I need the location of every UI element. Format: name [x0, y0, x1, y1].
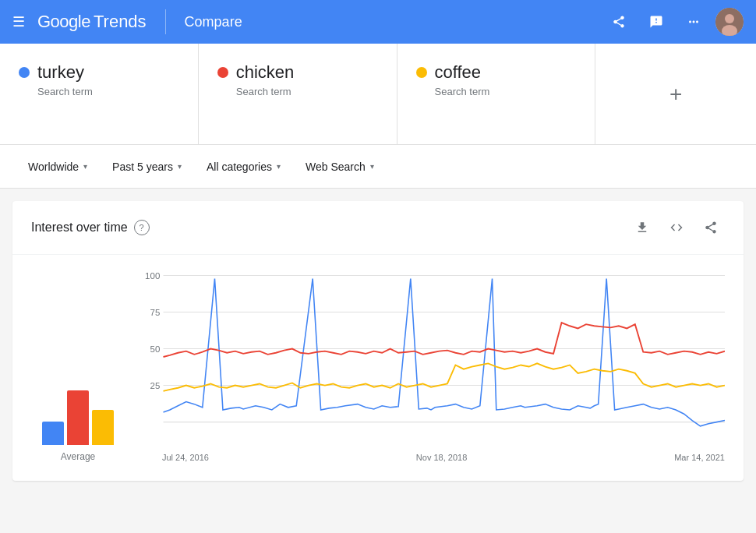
compare-label: Compare: [185, 14, 242, 30]
x-label-1: Jul 24, 2016: [162, 453, 209, 462]
chart-area: Average 100 75 50 25: [12, 255, 744, 481]
interest-over-time-card: Interest over time ?: [12, 201, 744, 481]
logo-google: Google: [37, 12, 90, 32]
app-header: ☰ GoogleTrends Compare: [0, 0, 756, 44]
share-button[interactable]: [603, 6, 634, 37]
chart-legend: Average: [31, 267, 125, 462]
filters-bar: Worldwide ▾ Past 5 years ▾ All categorie…: [0, 145, 756, 189]
main-content: Interest over time ?: [0, 189, 756, 493]
term-dot-turkey: [19, 67, 30, 78]
bar-coffee: [92, 410, 114, 445]
term-dot-coffee: [416, 67, 427, 78]
svg-text:50: 50: [150, 344, 161, 354]
x-label-2: Nov 18, 2018: [416, 453, 467, 462]
bar-turkey: [42, 422, 64, 445]
share-chart-button[interactable]: [697, 214, 725, 242]
svg-point-1: [725, 14, 734, 23]
card-actions: [628, 214, 725, 242]
search-term-chicken[interactable]: chicken Search term: [199, 44, 397, 144]
avatar-image: [715, 8, 744, 36]
timeframe-label: Past 5 years: [112, 161, 173, 173]
help-label: ?: [140, 223, 144, 232]
x-label-3: Mar 14, 2021: [674, 453, 725, 462]
add-term-button[interactable]: +: [595, 44, 756, 144]
embed-button[interactable]: [662, 214, 691, 242]
term-header-chicken: chicken: [217, 62, 378, 83]
chicken-line: [164, 323, 725, 357]
bar-chicken: [67, 390, 89, 445]
search-type-chevron: ▾: [370, 162, 374, 171]
chart-svg: 100 75 50 25: [137, 267, 725, 447]
header-icons: [603, 6, 744, 37]
help-icon[interactable]: ?: [134, 220, 150, 235]
timeframe-filter[interactable]: Past 5 years ▾: [103, 154, 191, 179]
card-title-group: Interest over time ?: [31, 220, 150, 235]
svg-text:75: 75: [150, 308, 161, 317]
svg-text:25: 25: [150, 381, 161, 390]
apps-button[interactable]: [678, 6, 709, 37]
term-dot-chicken: [217, 67, 228, 78]
logo: GoogleTrends: [37, 12, 147, 32]
search-type-label: Web Search: [306, 161, 366, 173]
term-name-coffee: coffee: [435, 62, 482, 83]
timeframe-chevron: ▾: [178, 162, 182, 171]
worldwide-chevron: ▾: [83, 162, 87, 171]
term-name-turkey: turkey: [37, 62, 84, 83]
card-header: Interest over time ?: [12, 201, 744, 255]
x-axis-labels: Jul 24, 2016 Nov 18, 2018 Mar 14, 2021: [137, 450, 725, 462]
coffee-line: [164, 363, 725, 391]
chart-main: 100 75 50 25 Jul 24, 2016 Nov 18, 2018 M…: [137, 267, 725, 462]
svg-text:100: 100: [145, 271, 160, 281]
search-type-filter[interactable]: Web Search ▾: [296, 154, 383, 179]
download-button[interactable]: [628, 214, 656, 242]
card-title: Interest over time: [31, 221, 128, 235]
categories-label: All categories: [207, 161, 272, 173]
logo-trends: Trends: [94, 12, 147, 32]
avatar[interactable]: [715, 8, 744, 36]
worldwide-label: Worldwide: [28, 161, 79, 173]
categories-chevron: ▾: [277, 162, 281, 171]
term-label-turkey: Search term: [37, 86, 179, 97]
term-label-coffee: Search term: [435, 86, 577, 97]
legend-label: Average: [61, 451, 95, 462]
menu-icon[interactable]: ☰: [12, 13, 25, 30]
add-term-icon: +: [669, 82, 682, 107]
term-header-coffee: coffee: [416, 62, 577, 83]
feedback-button[interactable]: [641, 6, 672, 37]
search-term-turkey[interactable]: turkey Search term: [0, 44, 199, 144]
term-label-chicken: Search term: [236, 86, 378, 97]
search-terms-bar: turkey Search term chicken Search term c…: [0, 44, 756, 145]
term-name-chicken: chicken: [236, 62, 295, 83]
term-header-turkey: turkey: [19, 62, 179, 83]
search-term-coffee[interactable]: coffee Search term: [397, 44, 596, 144]
worldwide-filter[interactable]: Worldwide ▾: [19, 154, 97, 179]
bar-chart: [42, 383, 114, 445]
categories-filter[interactable]: All categories ▾: [197, 154, 290, 179]
header-divider: [165, 9, 166, 34]
